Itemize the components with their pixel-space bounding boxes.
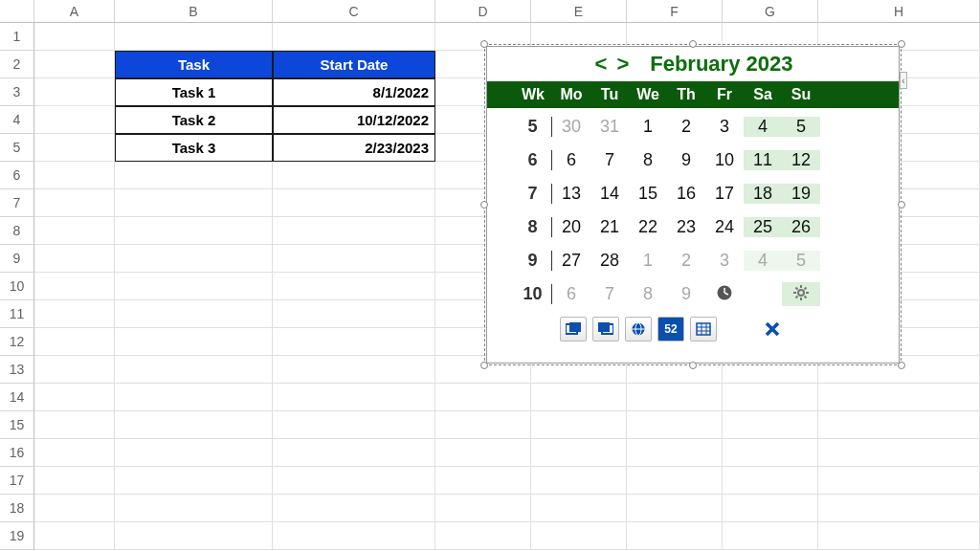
cell-B7[interactable] (115, 189, 273, 217)
calendar-settings-button[interactable] (782, 282, 820, 306)
select-all-corner[interactable] (0, 0, 34, 23)
gear-icon[interactable] (791, 282, 812, 303)
row-header-14[interactable]: 14 (0, 384, 34, 411)
cell-G15[interactable] (723, 411, 818, 439)
cell-G18[interactable] (723, 495, 818, 522)
calendar-day[interactable]: 1 (629, 251, 667, 271)
cell-D15[interactable] (435, 411, 531, 439)
calendar-day[interactable]: 17 (705, 184, 744, 204)
row-header-11[interactable]: 11 (0, 300, 34, 328)
cell-A17[interactable] (34, 467, 115, 495)
row-header-17[interactable]: 17 (0, 467, 34, 495)
cell-F15[interactable] (627, 411, 723, 439)
calendar-day[interactable]: 8 (629, 284, 667, 304)
calendar-day[interactable]: 8 (629, 150, 667, 170)
prev-month-button[interactable]: < (593, 52, 610, 77)
calendar-day[interactable]: 2 (667, 117, 705, 137)
col-header-G[interactable]: G (723, 0, 818, 23)
col-header-F[interactable]: F (627, 0, 723, 23)
cell-C15[interactable] (273, 411, 435, 439)
cell-F18[interactable] (627, 495, 723, 522)
cell-G14[interactable] (723, 384, 818, 411)
cell-G16[interactable] (723, 439, 818, 467)
row-header-6[interactable]: 6 (0, 162, 34, 189)
row-header-1[interactable]: 1 (0, 23, 34, 51)
cell-H17[interactable] (818, 467, 980, 495)
cell-B17[interactable] (115, 467, 273, 495)
cell-B13[interactable] (115, 356, 273, 384)
col-header-B[interactable]: B (115, 0, 273, 23)
calendar-clock-button[interactable] (705, 282, 744, 306)
toolbar-window2-button[interactable] (592, 317, 619, 342)
calendar-day[interactable]: 5 (782, 117, 820, 137)
cell-A10[interactable] (34, 273, 115, 300)
cell-A13[interactable] (34, 356, 115, 384)
cell-B1[interactable] (115, 23, 273, 51)
cell-C9[interactable] (273, 245, 435, 273)
toolbar-globe-button[interactable] (625, 317, 652, 342)
cell-B3[interactable]: Task 1 (115, 78, 273, 106)
calendar-day[interactable]: 10 (705, 150, 744, 170)
cell-B6[interactable] (115, 162, 273, 189)
row-header-8[interactable]: 8 (0, 217, 34, 245)
row-header-18[interactable]: 18 (0, 495, 34, 522)
cell-H14[interactable] (818, 384, 980, 411)
calendar-day[interactable]: 2 (667, 251, 705, 271)
row-header-12[interactable]: 12 (0, 328, 34, 356)
cell-C3[interactable]: 8/1/2022 (273, 78, 435, 106)
cell-C5[interactable]: 2/23/2023 (273, 134, 435, 162)
cell-A8[interactable] (34, 217, 115, 245)
calendar-day[interactable]: 12 (782, 150, 820, 170)
calendar-day[interactable]: 6 (552, 150, 590, 170)
cell-B14[interactable] (115, 384, 273, 411)
cell-C19[interactable] (273, 522, 435, 550)
cell-E19[interactable] (531, 522, 627, 550)
calendar-day[interactable]: 27 (552, 251, 590, 271)
toolbar-window1-button[interactable] (560, 317, 587, 342)
calendar-object[interactable]: ‹ < > February 2023 WkMoTuWeThFrSaSu 530… (486, 46, 900, 364)
cell-A15[interactable] (34, 411, 115, 439)
cell-C6[interactable] (273, 162, 435, 189)
calendar-day[interactable]: 25 (744, 217, 782, 237)
cell-C1[interactable] (273, 23, 435, 51)
cell-C11[interactable] (273, 300, 435, 328)
cell-F14[interactable] (627, 384, 723, 411)
col-header-E[interactable]: E (531, 0, 627, 23)
cell-H15[interactable] (818, 411, 980, 439)
expand-notch[interactable]: ‹ (900, 72, 907, 89)
calendar-day[interactable]: 3 (705, 117, 744, 137)
cell-E14[interactable] (531, 384, 627, 411)
toolbar-grid-button[interactable] (690, 317, 717, 342)
calendar-day[interactable]: 19 (782, 184, 820, 204)
calendar-day[interactable]: 11 (744, 150, 782, 170)
cell-A14[interactable] (34, 384, 115, 411)
cell-C8[interactable] (273, 217, 435, 245)
cell-F16[interactable] (627, 439, 723, 467)
calendar-day[interactable]: 9 (667, 284, 705, 304)
toolbar-close-button[interactable] (759, 317, 786, 342)
cell-B8[interactable] (115, 217, 273, 245)
cell-B2[interactable]: Task (115, 51, 273, 78)
cell-G19[interactable] (723, 522, 818, 550)
cell-C13[interactable] (273, 356, 435, 384)
cell-A12[interactable] (34, 328, 115, 356)
cell-B12[interactable] (115, 328, 273, 356)
cell-F19[interactable] (627, 522, 723, 550)
calendar-day[interactable]: 26 (782, 217, 820, 237)
cell-B18[interactable] (115, 495, 273, 522)
calendar-day[interactable]: 9 (667, 150, 705, 170)
cell-E18[interactable] (531, 495, 627, 522)
row-header-16[interactable]: 16 (0, 439, 34, 467)
cell-C16[interactable] (273, 439, 435, 467)
next-month-button[interactable]: > (614, 52, 631, 77)
cell-A4[interactable] (34, 106, 115, 134)
col-header-A[interactable]: A (34, 0, 115, 23)
cell-D16[interactable] (435, 439, 531, 467)
row-header-7[interactable]: 7 (0, 189, 34, 217)
row-header-2[interactable]: 2 (0, 51, 34, 78)
cell-A11[interactable] (34, 300, 115, 328)
calendar-day[interactable]: 18 (744, 184, 782, 204)
cell-D14[interactable] (435, 384, 531, 411)
cell-A6[interactable] (34, 162, 115, 189)
cell-B10[interactable] (115, 273, 273, 300)
